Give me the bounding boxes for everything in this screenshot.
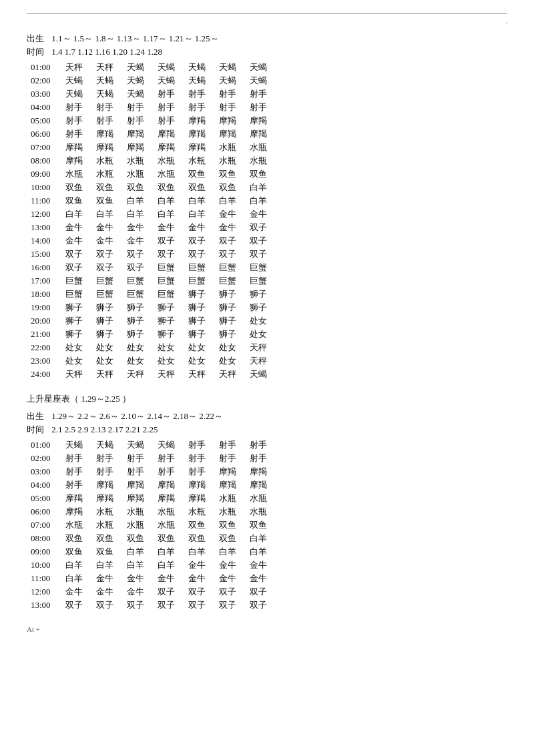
time-cell: 09:00 (27, 167, 61, 181)
sign-cell: 金牛 (92, 221, 123, 234)
time-cell: 04:00 (27, 478, 61, 492)
sign-cell: 双鱼 (92, 181, 123, 194)
sign-cell: 摩羯 (123, 127, 154, 141)
sign-cell: 处女 (215, 354, 246, 368)
sign-cell: 摩羯 (246, 114, 276, 127)
sign-cell: 金牛 (215, 208, 246, 221)
sign-cell: 摩羯 (215, 465, 246, 478)
sign-cell: 狮子 (215, 314, 246, 328)
sign-cell: 天秤 (61, 61, 92, 74)
table-row: 01:00天蝎天蝎天蝎天蝎射手射手射手 (27, 438, 276, 452)
time-cell: 13:00 (27, 221, 61, 234)
section1-birth-row: 出生 1.1～ 1.5～ 1.8～ 1.13～ 1.17～ 1.21～ 1.25… (27, 33, 507, 45)
sign-cell: 天蝎 (154, 438, 184, 452)
sign-cell: 天蝎 (92, 74, 123, 87)
sign-cell: 双鱼 (215, 518, 246, 532)
sign-cell: 金牛 (246, 558, 276, 572)
sign-cell: 白羊 (215, 194, 246, 208)
sign-cell: 摩羯 (184, 114, 215, 127)
table-row: 09:00水瓶水瓶水瓶水瓶双鱼双鱼双鱼 (27, 167, 276, 181)
sign-cell: 摩羯 (215, 114, 246, 127)
sign-cell: 水瓶 (215, 141, 246, 154)
section2-birth-row: 出生 1.29～ 2.2～ 2.6～ 2.10～ 2.14～ 2.18～ 2.2… (27, 410, 507, 422)
time-cell: 05:00 (27, 114, 61, 127)
sign-cell: 摩羯 (92, 492, 123, 505)
table-row: 13:00双子双子双子双子双子双子双子 (27, 599, 276, 612)
sign-cell: 射手 (184, 452, 215, 465)
section1-table: 01:00天秤天秤天蝎天蝎天蝎天蝎天蝎02:00天蝎天蝎天蝎天蝎天蝎天蝎天蝎03… (27, 61, 276, 381)
sign-cell: 巨蟹 (123, 274, 154, 288)
sign-cell: 金牛 (184, 558, 215, 572)
sign-cell: 巨蟹 (215, 261, 246, 274)
time-cell: 24:00 (27, 368, 61, 381)
sign-cell: 双鱼 (184, 532, 215, 545)
sign-cell: 双鱼 (215, 167, 246, 181)
sign-cell: 白羊 (123, 194, 154, 208)
sign-cell: 金牛 (61, 585, 92, 599)
sign-cell: 射手 (92, 465, 123, 478)
sign-cell: 天蝎 (246, 74, 276, 87)
sign-cell: 狮子 (154, 328, 184, 341)
sign-cell: 双子 (215, 585, 246, 599)
sign-cell: 白羊 (246, 532, 276, 545)
sign-cell: 双鱼 (246, 167, 276, 181)
sign-cell: 白羊 (215, 545, 246, 558)
sign-cell: 水瓶 (246, 492, 276, 505)
sign-cell: 白羊 (123, 208, 154, 221)
sign-cell: 天秤 (92, 61, 123, 74)
sign-cell: 天蝎 (92, 87, 123, 101)
sign-cell: 天蝎 (215, 61, 246, 74)
table-row: 04:00射手摩羯摩羯摩羯摩羯摩羯摩羯 (27, 478, 276, 492)
time-cell: 02:00 (27, 74, 61, 87)
sign-cell: 双子 (123, 261, 154, 274)
sign-cell: 白羊 (61, 558, 92, 572)
table-row: 07:00摩羯摩羯摩羯摩羯摩羯水瓶水瓶 (27, 141, 276, 154)
table-row: 03:00射手射手射手射手射手摩羯摩羯 (27, 465, 276, 478)
sign-cell: 水瓶 (154, 167, 184, 181)
section2-birth-ranges: 1.29～ 2.2～ 2.6～ 2.10～ 2.14～ 2.18～ 2.22～ (51, 411, 223, 421)
time-cell: 17:00 (27, 274, 61, 288)
table-row: 15:00双子双子双子双子双子双子双子 (27, 248, 276, 261)
table-row: 13:00金牛金牛金牛金牛金牛金牛双子 (27, 221, 276, 234)
sign-cell: 双鱼 (123, 181, 154, 194)
sign-cell: 射手 (61, 478, 92, 492)
time-cell: 16:00 (27, 261, 61, 274)
sign-cell: 天秤 (184, 368, 215, 381)
table-row: 19:00狮子狮子狮子狮子狮子狮子狮子 (27, 301, 276, 314)
sign-cell: 巨蟹 (246, 261, 276, 274)
section2-birth-label: 出生 (27, 411, 44, 421)
sign-cell: 双鱼 (92, 545, 123, 558)
sign-cell: 水瓶 (61, 518, 92, 532)
sign-cell: 天秤 (92, 368, 123, 381)
sign-cell: 射手 (61, 465, 92, 478)
sign-cell: 狮子 (123, 328, 154, 341)
sign-cell: 水瓶 (92, 518, 123, 532)
sign-cell: 处女 (246, 328, 276, 341)
sign-cell: 处女 (184, 354, 215, 368)
time-cell: 23:00 (27, 354, 61, 368)
top-dot: . (505, 17, 507, 25)
sign-cell: 双鱼 (184, 167, 215, 181)
time-cell: 09:00 (27, 545, 61, 558)
sign-cell: 双子 (92, 261, 123, 274)
sign-cell: 处女 (123, 341, 154, 354)
sign-cell: 白羊 (92, 208, 123, 221)
sign-cell: 天蝎 (61, 438, 92, 452)
sign-cell: 天蝎 (184, 61, 215, 74)
sign-cell: 射手 (184, 101, 215, 114)
table-row: 05:00射手射手射手射手摩羯摩羯摩羯 (27, 114, 276, 127)
sign-cell: 天秤 (246, 341, 276, 354)
time-cell: 11:00 (27, 194, 61, 208)
sign-cell: 射手 (154, 452, 184, 465)
sign-cell: 射手 (61, 452, 92, 465)
sign-cell: 射手 (61, 101, 92, 114)
sign-cell: 射手 (154, 87, 184, 101)
sign-cell: 处女 (123, 354, 154, 368)
sign-cell: 巨蟹 (154, 288, 184, 301)
sign-cell: 摩羯 (123, 492, 154, 505)
sign-cell: 狮子 (184, 314, 215, 328)
sign-cell: 狮子 (61, 314, 92, 328)
sign-cell: 水瓶 (215, 154, 246, 167)
top-bar: . (27, 13, 507, 25)
sign-cell: 狮子 (92, 314, 123, 328)
